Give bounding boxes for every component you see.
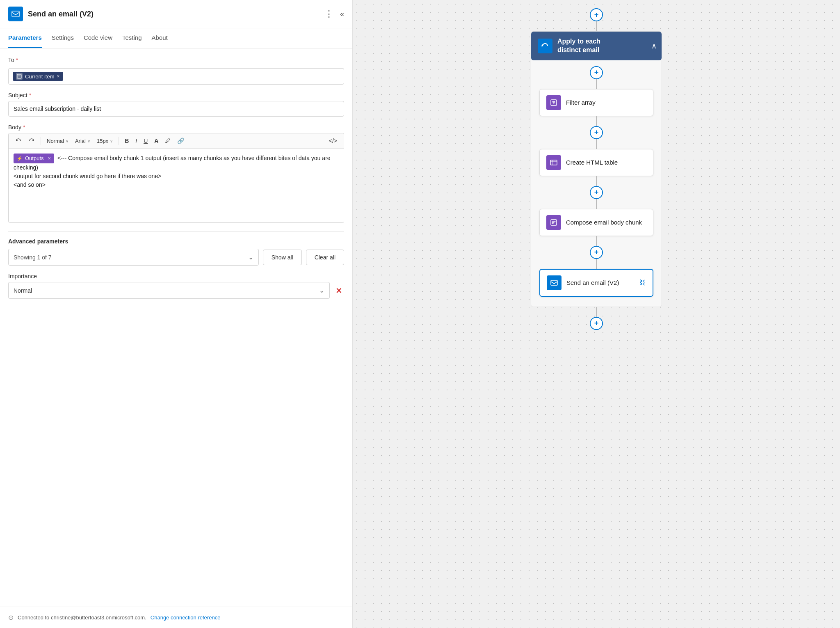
font-size-dropdown[interactable]: 15px ∨ (94, 136, 115, 146)
current-item-label: Current item (25, 73, 55, 80)
body-text-content: <--- Compose email body chunk 1 output (… (14, 155, 331, 171)
inner-add-btn-1[interactable]: + (590, 66, 603, 79)
connector-6 (596, 236, 597, 246)
to-field-row: To* Switch to Basic Mode (8, 57, 344, 85)
compose-email-node[interactable]: Compose email body chunk (539, 209, 653, 236)
tab-settings[interactable]: Settings (52, 28, 74, 48)
font-family-dropdown[interactable]: Arial ∨ (73, 136, 93, 146)
send-email-node[interactable]: Send an email (V2) ⛓ (539, 269, 653, 297)
svg-rect-0 (12, 11, 19, 17)
connector-4 (596, 176, 597, 186)
outputs-tag-icon: ⚡ (17, 155, 23, 162)
link-icon: ⛓ (639, 279, 646, 286)
connector-0 (596, 21, 597, 31)
body-text-line3: <and so on> (14, 181, 46, 188)
body-field-row: Body* (8, 124, 344, 223)
undo-icon (15, 138, 22, 144)
more-options-icon[interactable]: ⋮ (324, 9, 333, 19)
subject-field-row: Subject* (8, 92, 344, 117)
code-view-btn[interactable]: </> (326, 136, 340, 146)
chevron-down-icon: ∨ (87, 139, 90, 143)
compose-email-label: Compose email body chunk (566, 218, 642, 227)
body-editor-content[interactable]: ⚡ Outputs × <--- Compose email body chun… (9, 149, 344, 222)
importance-label: Importance (8, 273, 344, 280)
advanced-params-row: Showing 1 of 7 ⌄ Show all Clear all (8, 249, 344, 266)
send-email-icon (547, 275, 562, 290)
create-html-table-icon (546, 155, 561, 170)
change-connection-link[interactable]: Change connection reference (151, 614, 221, 621)
connection-icon: ⊙ (8, 614, 14, 621)
font-color-icon: A (154, 138, 158, 144)
top-add-btn[interactable]: + (590, 8, 603, 21)
tab-about[interactable]: About (152, 28, 168, 48)
svg-rect-6 (551, 280, 557, 285)
right-panel: + Apply to eachdistinct email ∧ + (353, 0, 840, 628)
params-showing-label: Showing 1 of 7 (14, 254, 52, 261)
outputs-tag-remove[interactable]: × (48, 154, 51, 163)
flow-container: + Apply to eachdistinct email ∧ + (531, 8, 662, 330)
highlight-icon: 🖊 (165, 138, 171, 144)
collapse-icon[interactable]: « (340, 10, 344, 18)
tab-codeview[interactable]: Code view (84, 28, 112, 48)
apply-header-node[interactable]: Apply to eachdistinct email ∧ (531, 32, 662, 60)
importance-select-wrapper: Normal ⌄ ✕ (8, 282, 344, 299)
inner-add-btn-2[interactable]: + (590, 126, 603, 139)
body-toolbar: Normal ∨ Arial ∨ 15px ∨ B I U (9, 133, 344, 149)
highlight-btn[interactable]: 🖊 (162, 136, 173, 146)
connector-5 (596, 199, 597, 209)
header: Send an email (V2) ⋮ « (0, 0, 352, 28)
font-color-btn[interactable]: A (152, 136, 161, 146)
to-input-field[interactable]: Current item × (8, 68, 344, 85)
importance-clear-btn[interactable]: ✕ (334, 284, 344, 297)
connector-1 (596, 79, 597, 89)
redo-btn[interactable] (26, 136, 37, 146)
toolbar-sep-1 (41, 137, 41, 145)
filter-array-icon (546, 95, 561, 110)
connector-7 (596, 259, 597, 269)
show-all-btn[interactable]: Show all (263, 250, 302, 265)
tag-icon (16, 73, 23, 80)
params-dropdown[interactable]: Showing 1 of 7 ⌄ (8, 249, 259, 266)
tab-parameters[interactable]: Parameters (8, 28, 42, 48)
apply-label: Apply to eachdistinct email (557, 37, 600, 55)
svg-rect-2 (17, 74, 21, 78)
link-icon: 🔗 (177, 138, 184, 144)
compose-email-icon (546, 215, 561, 230)
advanced-params-label: Advanced parameters (8, 238, 344, 245)
bottom-add-btn[interactable]: + (590, 317, 603, 330)
font-style-dropdown[interactable]: Normal ∨ (44, 136, 71, 146)
tabs-bar: Parameters Settings Code view Testing Ab… (0, 28, 352, 48)
connector-8 (596, 307, 597, 317)
filter-array-node[interactable]: Filter array (539, 89, 653, 116)
form-area: To* Switch to Basic Mode (0, 48, 352, 607)
underline-btn[interactable]: U (141, 136, 150, 146)
body-label: Body* (8, 124, 344, 131)
footer: ⊙ Connected to christine@buttertoast3.on… (0, 607, 352, 628)
italic-btn[interactable]: I (133, 136, 139, 146)
collapse-btn[interactable]: ∧ (651, 41, 657, 50)
tag-remove-btn[interactable]: × (57, 73, 60, 79)
flow-group-body: + Filter array + (531, 60, 662, 307)
apply-group: Apply to eachdistinct email ∧ + Filter a… (531, 31, 662, 307)
left-panel: Send an email (V2) ⋮ « Parameters Settin… (0, 0, 353, 628)
connector-2 (596, 116, 597, 126)
create-html-table-node[interactable]: Create HTML table (539, 149, 653, 176)
header-actions: ⋮ « (324, 9, 344, 19)
bold-btn[interactable]: B (122, 136, 131, 146)
chevron-down-icon: ∨ (110, 139, 113, 143)
subject-label: Subject* (8, 92, 344, 99)
subject-input[interactable] (8, 101, 344, 117)
current-item-tag: Current item × (13, 72, 63, 81)
undo-btn[interactable] (13, 136, 24, 146)
importance-dropdown[interactable]: Normal ⌄ (8, 282, 330, 299)
link-btn[interactable]: 🔗 (175, 136, 187, 146)
code-icon: </> (329, 138, 337, 144)
send-email-label: Send an email (V2) (566, 279, 619, 287)
inner-add-btn-3[interactable]: + (590, 186, 603, 199)
outputs-tag: ⚡ Outputs × (14, 154, 54, 163)
clear-all-btn[interactable]: Clear all (306, 250, 344, 265)
inner-add-btn-4[interactable]: + (590, 246, 603, 259)
tab-testing[interactable]: Testing (122, 28, 142, 48)
to-label: To* (8, 57, 18, 63)
header-title: Send an email (V2) (28, 10, 320, 18)
